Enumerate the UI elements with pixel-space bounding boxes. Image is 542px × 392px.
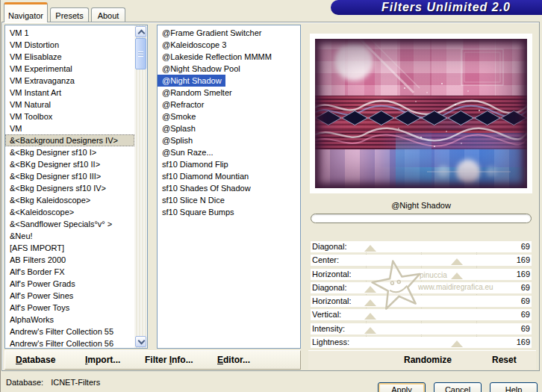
slider-label: Diagonal: — [312, 282, 346, 293]
apply-button[interactable]: Apply — [378, 382, 426, 392]
status-bar: Database:ICNET-Filters — [6, 376, 100, 388]
filter-list: @Frame Gradient Switcher@Kaleidoscope 3@… — [157, 25, 301, 349]
category-list-item[interactable]: VM — [5, 122, 134, 134]
category-list-item[interactable]: &<Bkg Designers sf10 IV> — [5, 182, 134, 194]
slider-label: Lightness: — [312, 337, 349, 348]
slider-row[interactable]: Diagonal:69 — [311, 282, 532, 293]
filter-list-item[interactable]: @Lakeside Reflection MMMM — [158, 51, 300, 63]
slider-row[interactable]: Center:169 — [311, 255, 532, 266]
category-list-item[interactable]: &<Bkg Kaleidoscope> — [5, 194, 134, 206]
editor-button[interactable]: Editor... — [217, 351, 250, 369]
category-scrollbar[interactable] — [134, 25, 147, 348]
reset-button[interactable]: Reset — [492, 351, 517, 369]
category-list-item[interactable]: VM Extravaganza — [5, 75, 134, 87]
filter-list-item[interactable]: sf10 Diamond Flip — [158, 158, 300, 170]
category-list-item[interactable]: VM Natural — [5, 99, 134, 111]
filter-list-item[interactable]: @Sun Raze... — [158, 146, 300, 158]
category-list-item[interactable]: Andrew's Filter Collection 56 — [5, 337, 134, 349]
filter-list-item[interactable]: @Smoke — [158, 111, 300, 122]
slider-thumb[interactable] — [451, 340, 463, 347]
slider-row[interactable]: Vertical:69 — [311, 309, 532, 320]
category-list-item[interactable]: Alf's Power Grads — [5, 278, 134, 290]
slider-row[interactable]: Lightness:169 — [311, 337, 532, 348]
database-button[interactable]: Database — [16, 351, 55, 369]
category-list-item[interactable]: &Neu! — [5, 230, 134, 242]
filter-list-item[interactable]: @Frame Gradient Switcher — [158, 27, 300, 39]
slider-thumb[interactable] — [451, 258, 463, 265]
category-list-item[interactable]: &<Background Designers IV> — [5, 134, 134, 146]
filter-list-item[interactable]: sf10 Shades Of Shadow — [158, 182, 300, 194]
category-list-item[interactable]: &<BKg Designer sf10 II> — [5, 158, 134, 170]
category-list-item[interactable]: AlphaWorks — [5, 314, 134, 326]
help-button[interactable]: Help — [490, 382, 538, 392]
category-list-item[interactable]: VM Experimental — [5, 63, 134, 75]
slider-value: 69 — [521, 241, 530, 252]
filter-preview-image — [310, 34, 532, 193]
slider-value: 69 — [521, 323, 530, 335]
category-list-item[interactable]: &<Bkg Designer sf10 III> — [5, 170, 134, 182]
scroll-down-button[interactable] — [135, 336, 146, 347]
slider-value: 169 — [517, 269, 530, 280]
preview-filter-name: @Night Shadow — [310, 201, 532, 210]
filter-list-item[interactable]: @Splash — [158, 122, 300, 134]
slider-label: Vertical: — [312, 309, 341, 320]
filter-list-item[interactable]: @Refractor — [158, 99, 300, 111]
filter-list-item[interactable]: @Night Shadow — [158, 75, 225, 87]
slider-area: Diagonal:69Center:169Horizontal:169Diago… — [311, 241, 532, 350]
slider-thumb[interactable] — [364, 327, 376, 334]
toolbar-right: Randomize Reset — [308, 350, 536, 370]
category-list-item[interactable]: Andrew's Filter Collection 55 — [5, 326, 134, 337]
progress-bar — [311, 214, 532, 223]
randomize-button[interactable]: Randomize — [404, 351, 452, 369]
slider-label: Center: — [312, 255, 339, 266]
tab-about[interactable]: About — [91, 7, 125, 22]
slider-thumb[interactable] — [451, 273, 463, 279]
slider-value: 69 — [521, 309, 530, 320]
category-list-item[interactable]: VM Instant Art — [5, 87, 134, 99]
slider-value: 169 — [517, 255, 530, 266]
category-list-item[interactable]: AB Filters 2000 — [5, 254, 134, 266]
tab-presets[interactable]: Presets — [50, 7, 89, 22]
cancel-button[interactable]: Cancel — [434, 382, 482, 392]
tab-navigator[interactable]: Navigator — [4, 2, 48, 22]
chevron-up-icon — [138, 30, 146, 37]
category-list-item[interactable]: Alf's Power Toys — [5, 302, 134, 314]
category-list-item[interactable]: VM Toolbox — [5, 111, 134, 122]
filter-list-item[interactable]: sf10 Diamond Mountian — [158, 170, 300, 182]
category-list-item[interactable]: &<Sandflower Specials°v° > — [5, 218, 134, 230]
scrollbar-thumb[interactable] — [135, 38, 146, 69]
filter-list-item[interactable]: @Kaleidoscope 3 — [158, 39, 300, 51]
slider-thumb[interactable] — [364, 313, 376, 320]
slider-row[interactable]: Horizontal:169 — [311, 269, 532, 280]
slider-row[interactable]: Horizontal:69 — [311, 296, 532, 307]
filter-list-item[interactable]: @Random Smelter — [158, 87, 300, 99]
category-list-item[interactable]: VM 1 — [5, 27, 134, 39]
filter-info-button[interactable]: Filter Info... — [145, 351, 193, 369]
slider-thumb[interactable] — [364, 245, 376, 252]
slider-value: 169 — [517, 337, 530, 348]
slider-thumb[interactable] — [364, 299, 376, 306]
filter-list-item[interactable]: @Night Shadow Pool — [158, 63, 300, 75]
category-list-item[interactable]: VM Distortion — [5, 39, 134, 51]
filter-list-item[interactable]: sf10 Square Bumps — [158, 206, 300, 218]
filter-list-item[interactable]: @Splish — [158, 134, 300, 146]
chevron-down-icon — [138, 337, 146, 345]
import-button[interactable]: Import... — [85, 351, 120, 369]
category-list-item[interactable]: &<Kaleidoscope> — [5, 206, 134, 218]
category-list-item[interactable]: [AFS IMPORT] — [5, 242, 134, 254]
status-value: ICNET-Filters — [51, 378, 100, 387]
slider-label: Horizontal: — [312, 269, 352, 280]
slider-row[interactable]: Intensity:69 — [311, 323, 532, 335]
scroll-up-button[interactable] — [135, 26, 146, 37]
category-list-item[interactable]: VM Elisablaze — [5, 51, 134, 63]
slider-row[interactable]: Diagonal:69 — [311, 241, 532, 252]
window-title: Filters Unlimited 2.0 — [381, 1, 511, 13]
category-list-item[interactable]: Alf's Border FX — [5, 266, 134, 278]
category-list-item[interactable]: Alf's Power Sines — [5, 290, 134, 302]
slider-thumb[interactable] — [364, 286, 376, 293]
toolbar: Database Import... Filter Info... Editor… — [4, 350, 301, 370]
preview-vignette — [315, 39, 527, 188]
filter-list-item[interactable]: sf10 Slice N Dice — [158, 194, 300, 206]
slider-value: 69 — [521, 296, 530, 307]
category-list-item[interactable]: &<Bkg Designer sf10 I> — [5, 146, 134, 158]
